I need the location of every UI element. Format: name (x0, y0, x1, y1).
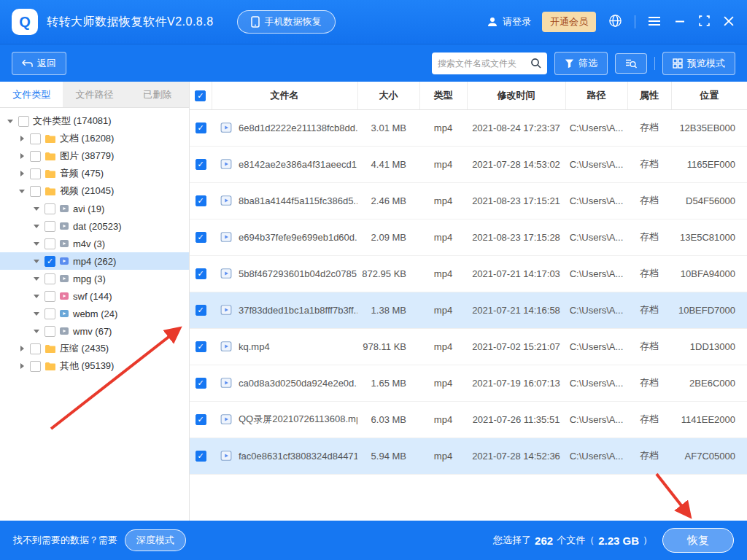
table-row[interactable]: 5b8f467293601b04d2c0785... 872.95 KB mp4… (190, 255, 747, 292)
expander-icon[interactable] (18, 153, 26, 159)
back-label: 返回 (37, 57, 56, 70)
content-search-button[interactable] (615, 53, 647, 74)
checkbox[interactable] (30, 186, 41, 197)
table-row[interactable]: QQ录屏20210726113608.mp4 6.03 MB mp4 2021-… (190, 401, 747, 438)
tree-item-dat[interactable]: dat (20523) (0, 217, 189, 235)
checkbox[interactable] (44, 291, 55, 302)
row-checkbox[interactable] (196, 451, 206, 462)
col-location: 位置 (671, 82, 747, 109)
row-checkbox[interactable] (196, 159, 206, 170)
tree-item-images[interactable]: 图片 (38779) (0, 147, 189, 165)
search-input[interactable] (438, 58, 527, 69)
tab-file-path[interactable]: 文件路径 (63, 82, 125, 107)
expander-icon[interactable] (18, 190, 26, 193)
tree-item-archive[interactable]: 压缩 (2435) (0, 340, 189, 357)
file-attr: 存档 (627, 146, 671, 182)
checkbox[interactable] (44, 238, 55, 249)
row-checkbox[interactable] (196, 378, 206, 389)
deep-mode-button[interactable]: 深度模式 (125, 529, 186, 551)
table-row[interactable]: 37f83dded1bc1a1b8fff7b3ff... 1.38 MB mp4… (190, 292, 747, 328)
search-icon[interactable] (530, 58, 541, 69)
row-checkbox[interactable] (196, 305, 206, 316)
close-button[interactable] (722, 15, 735, 30)
row-checkbox[interactable] (196, 414, 206, 425)
table-row[interactable]: ca0d8a3d0250da924e2e0d... 1.65 MB mp4 20… (190, 365, 747, 401)
checkbox[interactable] (18, 116, 29, 127)
tree-item-video[interactable]: 视频 (21045) (0, 182, 189, 200)
row-checkbox[interactable] (196, 268, 206, 279)
file-table-area: 文件名 大小 类型 修改时间 路径 属性 位置 6e8d1d2222e21113… (190, 82, 747, 521)
recover-button[interactable]: 恢复 (662, 528, 734, 553)
checkbox[interactable] (30, 343, 41, 354)
tree-item-swf[interactable]: swf (144) (0, 287, 189, 305)
login-button[interactable]: 请登录 (487, 15, 531, 28)
row-checkbox[interactable] (196, 195, 206, 206)
checkbox[interactable] (44, 273, 55, 284)
tab-file-type[interactable]: 文件类型 (0, 82, 63, 107)
file-mtime: 2021-08-23 17:15:28 (467, 219, 565, 255)
sidebar-tabs: 文件类型 文件路径 已删除 (0, 82, 189, 108)
minimize-button[interactable] (673, 15, 686, 30)
checkbox[interactable] (30, 168, 41, 179)
menu-button[interactable] (646, 15, 662, 30)
file-name: ca0d8a3d0250da924e2e0d... (239, 378, 357, 389)
expander-icon[interactable] (18, 346, 26, 351)
table-row[interactable]: e8142ae2e386a4f31aeecd1... 4.41 MB mp4 2… (190, 146, 747, 182)
checkbox[interactable] (44, 256, 55, 267)
select-all-checkbox[interactable] (195, 90, 206, 101)
expander-icon[interactable] (6, 120, 15, 123)
tree-item-root[interactable]: 文件类型 (174081) (0, 112, 189, 130)
expander-icon[interactable] (18, 136, 26, 141)
checkbox[interactable] (44, 308, 55, 319)
file-type: mp4 (419, 365, 467, 401)
tree-item-mpg[interactable]: mpg (3) (0, 270, 189, 287)
tree-item-m4v[interactable]: m4v (3) (0, 235, 189, 252)
filter-button[interactable]: 筛选 (554, 52, 608, 75)
checkbox[interactable] (44, 326, 55, 337)
file-name: 6e8d1d2222e211138fcb8dd... (239, 122, 357, 133)
checkbox[interactable] (30, 151, 41, 162)
file-name: 37f83dded1bc1a1b8fff7b3ff... (239, 305, 357, 316)
tree-item-other[interactable]: 其他 (95139) (0, 357, 189, 375)
expander-icon[interactable] (32, 312, 41, 316)
folder-icon (44, 362, 56, 371)
expander-icon[interactable] (32, 277, 41, 281)
table-row[interactable]: 8ba81a4144f5a115fc386d5... 2.46 MB mp4 2… (190, 182, 747, 219)
tree-item-webm[interactable]: webm (24) (0, 305, 189, 322)
row-checkbox[interactable] (196, 122, 206, 133)
expander-icon[interactable] (18, 171, 26, 176)
checkbox[interactable] (30, 133, 41, 144)
back-button[interactable]: 返回 (12, 52, 66, 75)
phone-recovery-label: 手机数据恢复 (265, 15, 322, 28)
table-row[interactable]: 6e8d1d2222e211138fcb8dd... 3.01 MB mp4 2… (190, 109, 747, 146)
expander-icon[interactable] (32, 225, 41, 228)
tree-item-docs[interactable]: 文档 (16208) (0, 130, 189, 147)
checkbox[interactable] (30, 361, 41, 372)
checkbox[interactable] (44, 221, 55, 232)
expander-icon[interactable] (32, 242, 41, 246)
expander-icon[interactable] (32, 260, 41, 263)
membership-button[interactable]: 开通会员 (542, 12, 596, 32)
main-content: 文件类型 文件路径 已删除 文件类型 (174081) 文档 (16208) (0, 82, 747, 521)
content-search-icon (625, 58, 637, 69)
tree-item-mp4[interactable]: mp4 (262) (0, 252, 189, 270)
globe-button[interactable] (607, 12, 624, 31)
phone-recovery-button[interactable]: 手机数据恢复 (237, 10, 336, 34)
checkbox[interactable] (44, 203, 55, 214)
expander-icon[interactable] (18, 363, 26, 369)
tree-item-audio[interactable]: 音频 (475) (0, 165, 189, 182)
table-row[interactable]: e694b37fefe9e699eb1d60d... 2.09 MB mp4 2… (190, 219, 747, 255)
expander-icon[interactable] (32, 207, 41, 211)
tree-item-wmv[interactable]: wmv (67) (0, 322, 189, 340)
row-checkbox[interactable] (196, 341, 206, 352)
expander-icon[interactable] (32, 330, 41, 333)
file-type: mp4 (419, 146, 467, 182)
table-row[interactable]: kq.mp4 978.11 KB mp4 2021-07-02 15:21:07… (190, 328, 747, 365)
tree-item-avi[interactable]: avi (19) (0, 200, 189, 217)
table-row[interactable]: fac0e8631cf3808324d84471... 5.94 MB mp4 … (190, 438, 747, 474)
maximize-button[interactable] (697, 14, 711, 30)
row-checkbox[interactable] (196, 232, 206, 243)
preview-mode-button[interactable]: 预览模式 (662, 52, 735, 75)
expander-icon[interactable] (32, 295, 41, 298)
tab-deleted[interactable]: 已删除 (126, 82, 189, 107)
